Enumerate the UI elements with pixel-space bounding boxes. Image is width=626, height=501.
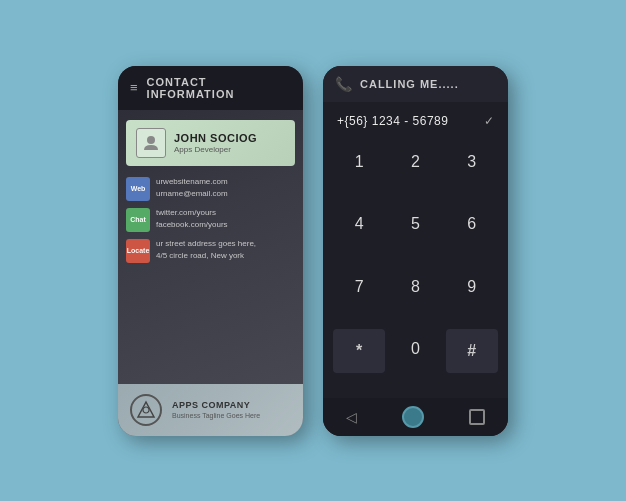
contact-info: JOHN SOCIOG Apps Developer [174,132,257,154]
company-logo [130,394,162,426]
company-logo-svg [136,400,156,420]
call-icon: 📞 [335,76,352,92]
calling-label: CALLING ME..... [360,78,459,90]
svg-point-2 [143,407,149,413]
phone-number-row: +{56} 1234 - 56789 ✓ [323,102,508,136]
dial-key-7[interactable]: 7 [331,265,387,309]
dial-key-hash[interactable]: # [446,329,498,373]
dial-key-8[interactable]: 8 [387,265,443,309]
dial-key-9[interactable]: 9 [444,265,500,309]
locate-info: ur street address goes here,4/5 circle r… [156,238,256,262]
dial-key-0[interactable]: 0 [387,327,443,371]
dial-key-star[interactable]: * [333,329,385,373]
left-phone-header: ≡ CONTACT INFORMATION [118,66,303,110]
avatar-icon [136,128,166,158]
contact-info-title: CONTACT INFORMATION [147,76,291,100]
home-button[interactable] [402,406,424,428]
dial-key-1[interactable]: 1 [331,140,387,184]
company-name: APPS COMPANY [172,400,260,410]
info-row-locate: Locate ur street address goes here,4/5 c… [126,238,295,263]
chat-badge: Chat [126,208,150,232]
back-icon[interactable]: ◁ [346,409,357,425]
contact-card: JOHN SOCIOG Apps Developer [126,120,295,166]
dialpad: 1 2 3 4 5 6 7 8 9 * 0 # [323,136,508,398]
dial-key-4[interactable]: 4 [331,202,387,246]
phone-number: +{56} 1234 - 56789 [337,114,448,128]
contact-name: JOHN SOCIOG [174,132,257,144]
dial-key-2[interactable]: 2 [387,140,443,184]
locate-badge: Locate [126,239,150,263]
dial-key-5[interactable]: 5 [387,202,443,246]
info-row-chat: Chat twitter.com/yoursfacebook.com/yours [126,207,295,232]
right-phone-header: 📞 CALLING ME..... [323,66,508,102]
dial-key-6[interactable]: 6 [444,202,500,246]
company-footer: APPS COMPANY Business Tagline Goes Here [118,384,303,436]
contact-title: Apps Developer [174,145,257,154]
chat-info: twitter.com/yoursfacebook.com/yours [156,207,228,231]
recents-icon[interactable] [469,409,485,425]
left-phone: ≡ CONTACT INFORMATION JOHN SOCIOG Apps D… [118,66,303,436]
phone-nav: ◁ [323,398,508,436]
web-badge: Web [126,177,150,201]
web-info: urwebsitename.comurname@email.com [156,176,228,200]
company-tagline: Business Tagline Goes Here [172,412,260,419]
svg-marker-1 [138,402,154,417]
right-phone: 📞 CALLING ME..... +{56} 1234 - 56789 ✓ 1… [323,66,508,436]
check-mark-icon: ✓ [484,114,494,128]
hamburger-icon: ≡ [130,80,139,95]
info-row-web: Web urwebsitename.comurname@email.com [126,176,295,201]
company-text: APPS COMPANY Business Tagline Goes Here [172,400,260,419]
svg-point-0 [147,136,155,144]
dial-key-3[interactable]: 3 [444,140,500,184]
info-rows: Web urwebsitename.comurname@email.com Ch… [118,172,303,267]
phones-container: ≡ CONTACT INFORMATION JOHN SOCIOG Apps D… [118,66,508,436]
person-svg [142,134,160,152]
